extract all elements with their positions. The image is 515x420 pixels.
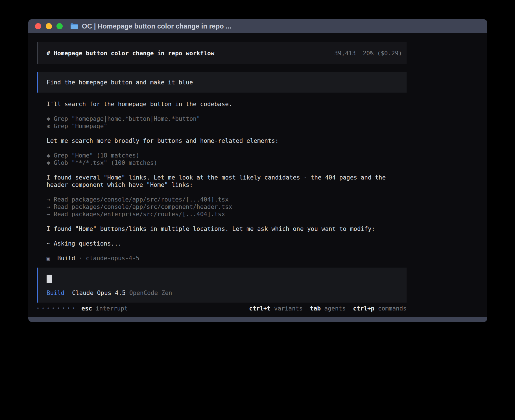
transcript-line-tool: → Read packages/console/app/src/routes/[… (47, 196, 407, 203)
tui-column: # Homepage button color change in repo w… (37, 42, 407, 312)
prompt-input[interactable]: Build Claude Opus 4.5 OpenCode Zen (37, 268, 407, 303)
hint-tab: tab agents (310, 305, 346, 312)
transcript-line-tool: ✱ Grep "homepage|home.*button|Home.*butt… (47, 115, 407, 123)
transcript-line-text: I found several "Home" links. Let me loo… (47, 174, 407, 181)
traffic-lights (35, 23, 63, 29)
model-label[interactable]: Claude Opus 4.5 (72, 289, 126, 297)
agent-model: claude-opus-4-5 (86, 255, 139, 262)
hint-key: esc (81, 305, 92, 312)
transcript-line-text: header component which have "Home" links… (47, 181, 407, 189)
terminal-content: # Homepage button color change in repo w… (28, 33, 487, 317)
close-button[interactable] (35, 23, 41, 29)
hints-right: ctrl+t variantstab agentsctrl+p commands (249, 305, 407, 312)
transcript-line-tool: → Read packages/console/app/src/componen… (47, 203, 407, 211)
provider-label: OpenCode Zen (129, 289, 172, 297)
text-cursor (47, 275, 52, 283)
agent-icon: ▣ (47, 255, 57, 262)
agent-name: Build (57, 255, 75, 262)
transcript-line-text: I'll search for the homepage button in t… (47, 100, 407, 108)
transcript-line-tool: ✱ Glob "**/*.tsx" (100 matches) (47, 159, 407, 167)
input-status-row: Build Claude Opus 4.5 OpenCode Zen (47, 289, 398, 297)
context-cost: 20% ($0.29) (363, 50, 402, 57)
hint-key: ctrl+p (353, 305, 374, 312)
agent-separator: · (75, 255, 86, 262)
session-header: # Homepage button color change in repo w… (37, 42, 407, 64)
spinner-dots: •••••••• (37, 305, 77, 312)
hint-esc: esc interrupt (81, 305, 128, 312)
folder-icon (70, 23, 78, 30)
agent-mode-label[interactable]: Build (47, 289, 64, 297)
window-title: OC | Homepage button color change in rep… (82, 22, 231, 30)
hint-label: commands (374, 305, 407, 312)
minimize-button[interactable] (46, 23, 52, 29)
session-stats: 39,413 20% ($0.29) (334, 50, 402, 57)
user-message-text: Find the homepage button and make it blu… (47, 79, 193, 86)
desktop: { "window": { "title": "OC | Homepage bu… (0, 0, 515, 420)
transcript-line-text: I found "Home" buttons/links in multiple… (47, 225, 407, 233)
zoom-button[interactable] (56, 23, 63, 29)
hints-left: esc interrupt (81, 305, 128, 312)
session-title: # Homepage button color change in repo w… (47, 50, 214, 57)
transcript-line-text: ~ Asking questions... (47, 240, 407, 247)
transcript-line-tool: ✱ Grep "Home" (18 matches) (47, 152, 407, 159)
hint-label: variants (270, 305, 303, 312)
titlebar[interactable]: OC | Homepage button color change in rep… (28, 19, 487, 33)
transcript-line-agent: ▣ Build · claude-opus-4-5 (47, 255, 407, 262)
transcript-line-text: Let me search more broadly for buttons a… (47, 137, 407, 145)
hint-label: agents (321, 305, 346, 312)
transcript-line-tool: ✱ Grep "Homepage" (47, 123, 407, 130)
hint-key: tab (310, 305, 321, 312)
transcript: I'll search for the homepage button in t… (37, 100, 407, 262)
hint-ctrl-p: ctrl+p commands (353, 305, 407, 312)
user-message: Find the homepage button and make it blu… (37, 72, 407, 93)
transcript-line-tool: → Read packages/enterprise/src/routes/[.… (47, 211, 407, 218)
terminal-window: OC | Homepage button color change in rep… (28, 19, 487, 322)
hint-label: interrupt (92, 305, 128, 312)
token-count: 39,413 (334, 50, 356, 57)
status-bar: •••••••• esc interrupt ctrl+t variantsta… (37, 305, 407, 312)
hint-ctrl-t: ctrl+t variants (249, 305, 303, 312)
hint-key: ctrl+t (249, 305, 270, 312)
title-group: OC | Homepage button color change in rep… (70, 22, 231, 30)
